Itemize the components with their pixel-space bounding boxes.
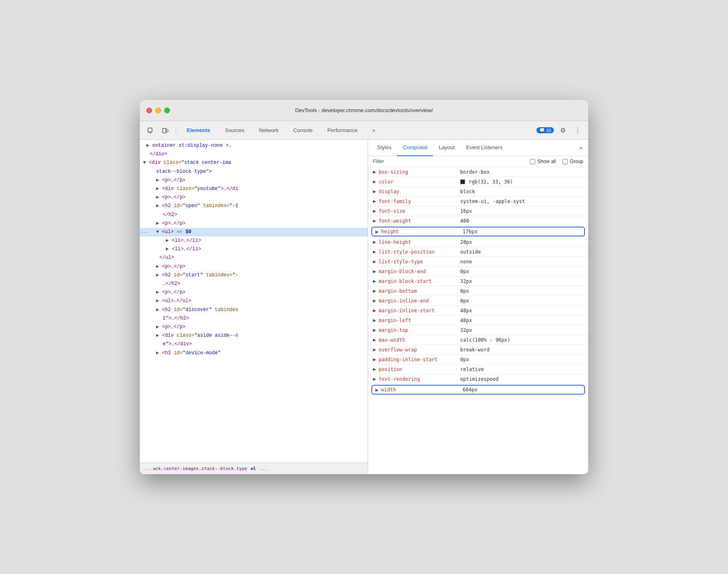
computed-row-line-height[interactable]: ▶line-height28px: [368, 237, 588, 247]
computed-row-list-style-position[interactable]: ▶list-style-positionoutside: [368, 247, 588, 257]
expand-icon-line-height[interactable]: ▶: [373, 240, 376, 244]
computed-prop-name: box-sizing: [379, 169, 460, 175]
computed-prop-name: display: [379, 189, 460, 194]
close-button[interactable]: [146, 108, 152, 113]
computed-prop-value: border-box: [460, 169, 490, 175]
expand-icon-margin-left[interactable]: ▶: [373, 318, 376, 322]
expand-icon-color[interactable]: ▶: [373, 179, 376, 184]
expand-icon-margin-inline-start[interactable]: ▶: [373, 308, 376, 313]
computed-row-margin-bottom[interactable]: ▶margin-bottom0px: [368, 286, 588, 296]
show-all-checkbox[interactable]: [530, 159, 535, 164]
expand-icon-list-style-type[interactable]: ▶: [373, 259, 376, 264]
computed-row-margin-left[interactable]: ▶margin-left48px: [368, 316, 588, 325]
device-mode-icon[interactable]: [159, 125, 171, 136]
computed-prop-name: margin-inline-start: [379, 308, 460, 313]
computed-row-text-rendering[interactable]: ▶text-renderingoptimizespeed: [368, 374, 588, 384]
computed-properties-list[interactable]: ▶box-sizingborder-box▶colorrgb(32, 33, 3…: [368, 167, 588, 474]
computed-row-width[interactable]: ▶width604px: [371, 385, 585, 395]
expand-icon-padding-inline-start[interactable]: ▶: [373, 357, 376, 362]
computed-row-padding-inline-start[interactable]: ▶padding-inline-start0px: [368, 355, 588, 364]
element-line-24: ▶ <h3 id="device-mode": [140, 349, 368, 358]
computed-row-margin-inline-end[interactable]: ▶margin-inline-end0px: [368, 296, 588, 306]
computed-row-overflow-wrap[interactable]: ▶overflow-wrapbreak-word: [368, 345, 588, 355]
computed-row-max-width[interactable]: ▶max-widthcalc(100% - 96px): [368, 335, 588, 345]
maximize-button[interactable]: [164, 108, 170, 113]
computed-prop-name: overflow-wrap: [379, 347, 460, 353]
computed-prop-value: break-word: [460, 347, 490, 353]
computed-row-margin-inline-start[interactable]: ▶margin-inline-start48px: [368, 306, 588, 316]
computed-row-display[interactable]: ▶displayblock: [368, 187, 588, 196]
group-option[interactable]: Group: [563, 159, 583, 164]
computed-row-position[interactable]: ▶positionrelative: [368, 364, 588, 374]
styles-tab-more[interactable]: »: [577, 143, 585, 152]
tab-computed[interactable]: Computed: [397, 140, 433, 156]
computed-row-font-size[interactable]: ▶font-size16px: [368, 206, 588, 216]
expand-icon-position[interactable]: ▶: [373, 367, 376, 371]
element-line-4: ▶ <p>…</p>: [140, 176, 368, 185]
expand-icon-font-weight[interactable]: ▶: [373, 219, 376, 223]
tab-sources[interactable]: Sources: [219, 125, 250, 136]
computed-prop-name: margin-block-start: [379, 278, 460, 284]
tab-elements[interactable]: Elements: [181, 125, 216, 136]
settings-icon[interactable]: ⚙: [557, 125, 569, 136]
computed-row-box-sizing[interactable]: ▶box-sizingborder-box: [368, 167, 588, 177]
color-swatch: [460, 179, 465, 184]
tab-performance[interactable]: Performance: [322, 125, 363, 136]
expand-icon-height[interactable]: ▶: [375, 230, 379, 234]
elements-tree[interactable]: ▶ ontainer xt:display-none >… </div> ▼ <…: [140, 140, 368, 463]
main-content: ▶ ontainer xt:display-none >… </div> ▼ <…: [140, 140, 588, 474]
expand-icon-text-rendering[interactable]: ▶: [373, 377, 376, 381]
element-line-10[interactable]: ... ▼ <ul> == $0: [140, 228, 368, 236]
computed-row-color[interactable]: ▶colorrgb(32, 33, 36): [368, 177, 588, 187]
element-line-18: ▶ <ul>…</ul>: [140, 297, 368, 305]
computed-row-list-style-type[interactable]: ▶list-style-typenone: [368, 257, 588, 267]
styles-panel: Styles Computed Layout Event Listeners »…: [368, 140, 588, 474]
filter-options: Show all Group: [530, 159, 583, 164]
expand-icon-box-sizing[interactable]: ▶: [373, 170, 376, 174]
element-line-23: e">…</div>: [140, 340, 368, 349]
tab-console[interactable]: Console: [287, 125, 318, 136]
expand-icon-display[interactable]: ▶: [373, 189, 376, 194]
breadcrumb-item-tag[interactable]: ul: [251, 466, 256, 471]
expand-icon-width[interactable]: ▶: [375, 388, 379, 392]
element-line-6: ▶ <p>…</p>: [140, 193, 368, 202]
breadcrumb-item-class[interactable]: ack.center-images.stack--block.type: [153, 466, 247, 471]
expand-icon-margin-block-end[interactable]: ▶: [373, 269, 376, 274]
expand-icon-overflow-wrap[interactable]: ▶: [373, 347, 376, 352]
tab-more[interactable]: »: [366, 125, 381, 136]
element-line-11: ▶ <li>…</li>: [140, 236, 368, 245]
expand-icon-margin-inline-end[interactable]: ▶: [373, 298, 376, 303]
expand-icon-font-family[interactable]: ▶: [373, 199, 376, 203]
tab-layout[interactable]: Layout: [433, 140, 460, 156]
computed-row-margin-block-start[interactable]: ▶margin-block-start32px: [368, 276, 588, 286]
tab-styles[interactable]: Styles: [371, 140, 397, 156]
expand-icon-margin-bottom[interactable]: ▶: [373, 289, 376, 293]
tab-event-listeners[interactable]: Event Listeners: [460, 140, 508, 156]
expand-icon-margin-top[interactable]: ▶: [373, 328, 376, 332]
expand-icon-font-size[interactable]: ▶: [373, 209, 376, 213]
element-line-8: </h2>: [140, 211, 368, 219]
computed-prop-name: margin-top: [379, 327, 460, 333]
computed-row-font-weight[interactable]: ▶font-weight400: [368, 216, 588, 226]
computed-prop-value: 0px: [460, 357, 469, 362]
computed-row-font-family[interactable]: ▶font-familysystem-ui, -apple-syst: [368, 196, 588, 206]
expand-icon-list-style-position[interactable]: ▶: [373, 249, 376, 254]
tab-network[interactable]: Network: [254, 125, 285, 136]
select-element-icon[interactable]: [145, 125, 156, 136]
issues-badge[interactable]: 💬 15: [536, 127, 554, 133]
computed-row-margin-block-end[interactable]: ▶margin-block-end0px: [368, 267, 588, 276]
computed-prop-name: max-width: [379, 337, 460, 343]
minimize-button[interactable]: [155, 108, 161, 113]
element-line-21: ▶ <p>…</p>: [140, 323, 368, 331]
computed-prop-name: height: [381, 229, 463, 234]
computed-row-height[interactable]: ▶height176px: [371, 227, 585, 236]
expand-icon-max-width[interactable]: ▶: [373, 338, 376, 342]
element-line-13: </ul>: [140, 254, 368, 262]
computed-row-margin-top[interactable]: ▶margin-top32px: [368, 325, 588, 335]
more-options-icon[interactable]: ⋮: [572, 125, 583, 136]
group-checkbox[interactable]: [563, 159, 568, 164]
expand-icon-margin-block-start[interactable]: ▶: [373, 279, 376, 283]
computed-prop-value: system-ui, -apple-syst: [460, 199, 525, 204]
show-all-option[interactable]: Show all: [530, 159, 556, 164]
computed-prop-value: none: [460, 259, 472, 265]
